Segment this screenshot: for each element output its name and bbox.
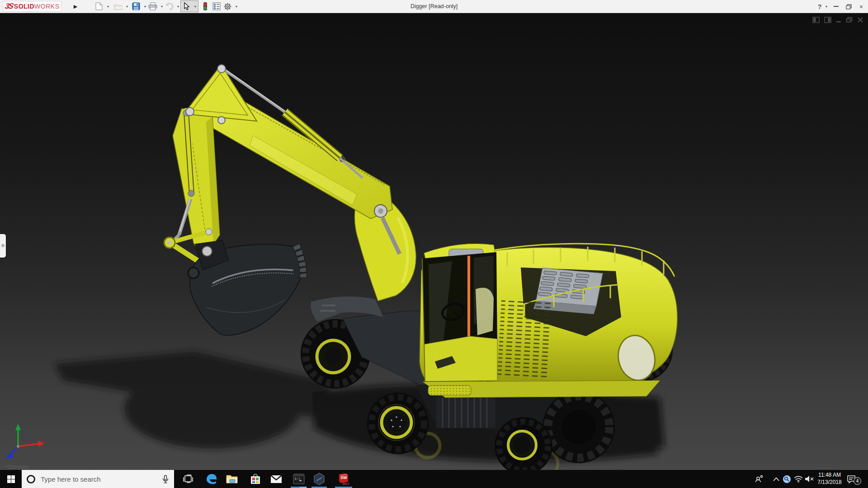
doc-close-icon[interactable] [857,17,863,23]
people-icon[interactable] [754,474,764,484]
flyout-tab-dot [1,244,5,247]
microphone-icon[interactable] [162,475,169,483]
windows-taskbar: Type here to search C:\ SW 2017 [0,470,868,488]
svg-text:SW: SW [340,475,347,480]
doc-minimize-icon[interactable] [836,17,841,23]
help-dropdown[interactable]: ▾ [824,0,829,13]
cortana-icon [27,475,35,483]
panel-icon-a[interactable] [812,17,820,23]
feature-panel-flyout-tab[interactable] [0,234,6,258]
graphics-viewport[interactable]: *Dimetric [0,13,868,470]
wifi-icon[interactable] [793,474,803,484]
edge-browser-icon[interactable] [205,472,218,486]
clock-date: 7/13/2018 [814,479,845,486]
mail-icon[interactable] [269,472,283,486]
svg-text:2017: 2017 [342,482,349,485]
svg-text:C:\: C:\ [295,477,301,481]
bucket [188,240,307,335]
hidden-icons-chevron[interactable] [771,474,781,484]
start-button[interactable] [0,470,22,488]
close-button[interactable]: × [856,0,866,13]
restore-button[interactable] [844,0,854,13]
clock-time: 11:48 AM [814,471,845,479]
digger-excavator-3d-model [0,13,868,470]
command-prompt-icon[interactable]: C:\ [292,472,306,486]
wheel-near-front [367,393,429,454]
taskbar-clock[interactable]: 11:48 AM 7/13/2018 [814,471,845,486]
window-title: Digger [Read-only] [0,3,868,9]
file-explorer-icon[interactable] [225,472,239,486]
doc-restore-icon[interactable] [846,17,853,23]
minimize-button[interactable] [831,0,841,13]
search-placeholder: Type here to search [41,475,162,483]
view-orientation-label: *Dimetric [5,464,29,470]
cab [422,244,497,381]
microsoft-store-icon[interactable] [249,472,262,486]
taskbar-search-input[interactable]: Type here to search [22,470,174,488]
notification-badge: 4 [854,477,861,485]
windows-logo-icon [7,475,15,483]
titlebar: 3S SOLIDWORKS ▶ ▾ ▾ ▾ ▾ ▾ ▾ ▾ Digger [Re… [0,0,868,13]
volume-muted-icon[interactable] [804,474,814,484]
operator-seat [476,288,494,335]
task-view-button[interactable] [181,472,195,486]
solidworks-2017-icon[interactable]: SW 2017 [336,472,350,486]
edrawings-hexagon-icon[interactable] [312,472,326,486]
document-window-controls [812,17,863,23]
panel-icon-b[interactable] [824,17,831,23]
resource-monitor-icon[interactable] [782,474,792,484]
help-button[interactable]: ? [815,0,825,13]
orientation-triad [5,424,44,459]
